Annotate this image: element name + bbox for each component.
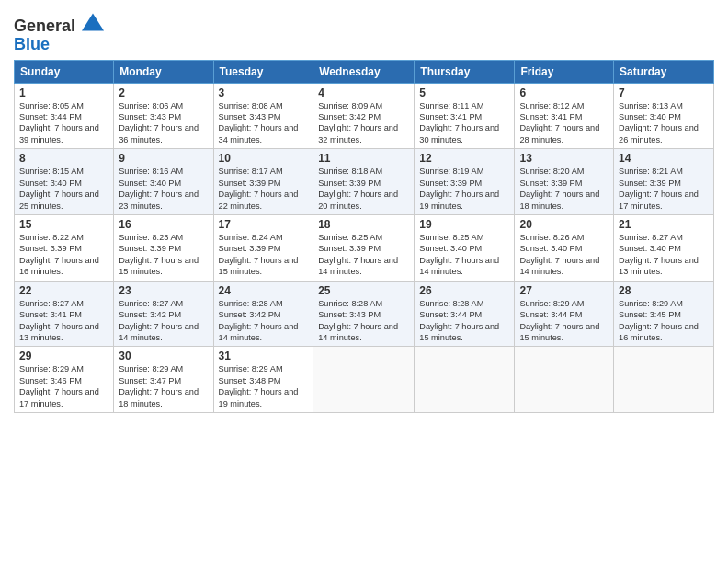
day-number: 20 xyxy=(519,218,609,231)
calendar-week-row: 8Sunrise: 8:15 AMSunset: 3:40 PMDaylight… xyxy=(15,149,714,215)
cell-info: Sunrise: 8:29 AMSunset: 3:44 PMDaylight:… xyxy=(519,299,599,342)
day-number: 4 xyxy=(318,86,409,99)
day-number: 15 xyxy=(19,218,108,231)
calendar-cell: 16Sunrise: 8:23 AMSunset: 3:39 PMDayligh… xyxy=(114,214,213,281)
day-number: 19 xyxy=(419,218,509,231)
cell-info: Sunrise: 8:25 AMSunset: 3:39 PMDaylight:… xyxy=(318,233,398,276)
day-number: 16 xyxy=(119,218,208,231)
cell-info: Sunrise: 8:08 AMSunset: 3:43 PMDaylight:… xyxy=(219,101,299,144)
day-number: 10 xyxy=(219,152,309,165)
cell-info: Sunrise: 8:16 AMSunset: 3:40 PMDaylight:… xyxy=(119,167,199,210)
calendar-week-row: 29Sunrise: 8:29 AMSunset: 3:46 PMDayligh… xyxy=(15,347,714,413)
day-number: 22 xyxy=(19,284,108,297)
calendar-table: SundayMondayTuesdayWednesdayThursdayFrid… xyxy=(14,60,714,413)
calendar-cell: 1Sunrise: 8:05 AMSunset: 3:44 PMDaylight… xyxy=(15,83,114,149)
day-number: 6 xyxy=(519,86,609,99)
calendar-cell: 12Sunrise: 8:19 AMSunset: 3:39 PMDayligh… xyxy=(415,149,515,215)
calendar-cell: 30Sunrise: 8:29 AMSunset: 3:47 PMDayligh… xyxy=(114,347,213,413)
calendar-cell: 18Sunrise: 8:25 AMSunset: 3:39 PMDayligh… xyxy=(313,214,415,281)
calendar-cell: 26Sunrise: 8:28 AMSunset: 3:44 PMDayligh… xyxy=(415,281,515,347)
day-header-tuesday: Tuesday xyxy=(213,60,313,83)
day-header-wednesday: Wednesday xyxy=(313,60,415,83)
calendar-week-row: 15Sunrise: 8:22 AMSunset: 3:39 PMDayligh… xyxy=(15,214,714,281)
day-header-friday: Friday xyxy=(515,60,614,83)
calendar-cell: 2Sunrise: 8:06 AMSunset: 3:43 PMDaylight… xyxy=(114,83,213,149)
day-number: 8 xyxy=(19,152,108,165)
calendar-cell: 31Sunrise: 8:29 AMSunset: 3:48 PMDayligh… xyxy=(213,347,313,413)
cell-info: Sunrise: 8:29 AMSunset: 3:46 PMDaylight:… xyxy=(19,364,99,408)
logo: General Blue xyxy=(14,13,104,54)
day-number: 27 xyxy=(519,284,609,297)
cell-info: Sunrise: 8:29 AMSunset: 3:47 PMDaylight:… xyxy=(119,364,199,408)
calendar-cell: 10Sunrise: 8:17 AMSunset: 3:39 PMDayligh… xyxy=(213,149,313,215)
cell-info: Sunrise: 8:15 AMSunset: 3:40 PMDaylight:… xyxy=(19,167,99,210)
day-number: 1 xyxy=(19,86,108,99)
day-number: 23 xyxy=(119,284,208,297)
cell-info: Sunrise: 8:19 AMSunset: 3:39 PMDaylight:… xyxy=(419,167,499,210)
cell-info: Sunrise: 8:06 AMSunset: 3:43 PMDaylight:… xyxy=(119,101,199,144)
cell-info: Sunrise: 8:29 AMSunset: 3:48 PMDaylight:… xyxy=(219,364,299,408)
calendar-cell: 5Sunrise: 8:11 AMSunset: 3:41 PMDaylight… xyxy=(415,83,515,149)
day-number: 24 xyxy=(219,284,309,297)
day-number: 31 xyxy=(219,350,309,362)
day-number: 29 xyxy=(19,350,108,362)
cell-info: Sunrise: 8:18 AMSunset: 3:39 PMDaylight:… xyxy=(318,167,398,210)
cell-info: Sunrise: 8:24 AMSunset: 3:39 PMDaylight:… xyxy=(219,233,299,276)
calendar-cell: 15Sunrise: 8:22 AMSunset: 3:39 PMDayligh… xyxy=(15,214,114,281)
day-header-thursday: Thursday xyxy=(415,60,515,83)
day-number: 18 xyxy=(318,218,409,231)
cell-info: Sunrise: 8:11 AMSunset: 3:41 PMDaylight:… xyxy=(419,101,499,144)
calendar-cell: 17Sunrise: 8:24 AMSunset: 3:39 PMDayligh… xyxy=(213,214,313,281)
cell-info: Sunrise: 8:28 AMSunset: 3:43 PMDaylight:… xyxy=(318,299,398,342)
calendar-week-row: 22Sunrise: 8:27 AMSunset: 3:41 PMDayligh… xyxy=(15,281,714,347)
calendar-cell: 21Sunrise: 8:27 AMSunset: 3:40 PMDayligh… xyxy=(614,214,714,281)
cell-info: Sunrise: 8:28 AMSunset: 3:44 PMDaylight:… xyxy=(419,299,499,342)
cell-info: Sunrise: 8:27 AMSunset: 3:42 PMDaylight:… xyxy=(119,299,199,342)
calendar-cell xyxy=(614,347,714,413)
cell-info: Sunrise: 8:26 AMSunset: 3:40 PMDaylight:… xyxy=(519,233,599,276)
cell-info: Sunrise: 8:09 AMSunset: 3:42 PMDaylight:… xyxy=(318,101,398,144)
day-header-saturday: Saturday xyxy=(614,60,714,83)
day-header-monday: Monday xyxy=(114,60,213,83)
day-number: 11 xyxy=(318,152,409,165)
calendar-cell: 14Sunrise: 8:21 AMSunset: 3:39 PMDayligh… xyxy=(614,149,714,215)
calendar-cell: 7Sunrise: 8:13 AMSunset: 3:40 PMDaylight… xyxy=(614,83,714,149)
cell-info: Sunrise: 8:27 AMSunset: 3:40 PMDaylight:… xyxy=(619,233,699,276)
cell-info: Sunrise: 8:05 AMSunset: 3:44 PMDaylight:… xyxy=(19,101,99,144)
calendar-cell: 28Sunrise: 8:29 AMSunset: 3:45 PMDayligh… xyxy=(614,281,714,347)
day-number: 5 xyxy=(419,86,509,99)
day-number: 25 xyxy=(318,284,409,297)
calendar-cell xyxy=(415,347,515,413)
calendar-cell: 3Sunrise: 8:08 AMSunset: 3:43 PMDaylight… xyxy=(213,83,313,149)
day-number: 3 xyxy=(219,86,309,99)
calendar-cell: 9Sunrise: 8:16 AMSunset: 3:40 PMDaylight… xyxy=(114,149,213,215)
day-number: 2 xyxy=(119,86,208,99)
cell-info: Sunrise: 8:17 AMSunset: 3:39 PMDaylight:… xyxy=(219,167,299,210)
day-number: 30 xyxy=(119,350,208,362)
calendar-cell: 20Sunrise: 8:26 AMSunset: 3:40 PMDayligh… xyxy=(515,214,614,281)
day-header-sunday: Sunday xyxy=(15,60,114,83)
day-number: 13 xyxy=(519,152,609,165)
cell-info: Sunrise: 8:13 AMSunset: 3:40 PMDaylight:… xyxy=(619,101,699,144)
calendar-cell: 27Sunrise: 8:29 AMSunset: 3:44 PMDayligh… xyxy=(515,281,614,347)
cell-info: Sunrise: 8:23 AMSunset: 3:39 PMDaylight:… xyxy=(119,233,199,276)
day-number: 28 xyxy=(619,284,709,297)
calendar-cell: 29Sunrise: 8:29 AMSunset: 3:46 PMDayligh… xyxy=(15,347,114,413)
cell-info: Sunrise: 8:29 AMSunset: 3:45 PMDaylight:… xyxy=(619,299,699,342)
day-number: 12 xyxy=(419,152,509,165)
cell-info: Sunrise: 8:20 AMSunset: 3:39 PMDaylight:… xyxy=(519,167,599,210)
svg-marker-0 xyxy=(82,13,104,30)
calendar-week-row: 1Sunrise: 8:05 AMSunset: 3:44 PMDaylight… xyxy=(15,83,714,149)
calendar-cell: 4Sunrise: 8:09 AMSunset: 3:42 PMDaylight… xyxy=(313,83,415,149)
day-number: 21 xyxy=(619,218,709,231)
calendar-cell xyxy=(313,347,415,413)
cell-info: Sunrise: 8:12 AMSunset: 3:41 PMDaylight:… xyxy=(519,101,599,144)
logo-general-text: General xyxy=(14,17,75,35)
calendar-container: General Blue SundayMondayTuesdayWednesda… xyxy=(0,0,728,422)
cell-info: Sunrise: 8:28 AMSunset: 3:42 PMDaylight:… xyxy=(219,299,299,342)
calendar-cell: 8Sunrise: 8:15 AMSunset: 3:40 PMDaylight… xyxy=(15,149,114,215)
day-number: 9 xyxy=(119,152,208,165)
header-row: General Blue xyxy=(14,9,714,54)
cell-info: Sunrise: 8:21 AMSunset: 3:39 PMDaylight:… xyxy=(619,167,699,210)
day-number: 14 xyxy=(619,152,709,165)
